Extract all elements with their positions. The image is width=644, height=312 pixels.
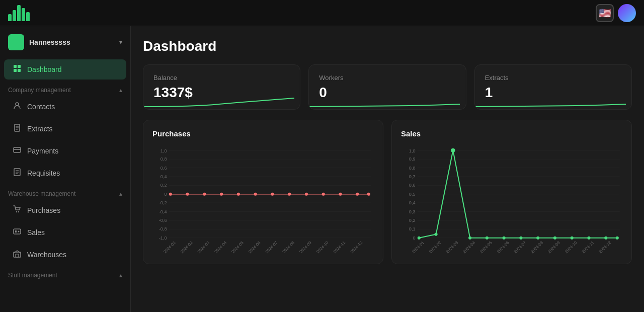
svg-point-49	[237, 193, 240, 196]
requisites-icon	[12, 168, 22, 178]
svg-text:2024-09: 2024-09	[298, 240, 312, 254]
svg-point-55	[339, 193, 342, 196]
svg-text:2024-05: 2024-05	[230, 240, 245, 254]
sidebar-contacts-label: Contacts	[27, 103, 55, 111]
svg-text:2024-11: 2024-11	[581, 240, 595, 254]
svg-point-4	[16, 103, 19, 106]
svg-text:2024-06: 2024-06	[248, 240, 262, 254]
svg-point-19	[18, 231, 20, 232]
sidebar-extracts-label: Extracts	[27, 125, 53, 133]
sidebar-item-warehouses[interactable]: Warehouses	[4, 245, 126, 265]
svg-point-101	[571, 237, 574, 240]
svg-point-97	[503, 237, 506, 240]
sidebar-item-purchases[interactable]: Purchases	[4, 200, 126, 220]
svg-text:-0,2: -0,2	[159, 200, 167, 205]
stat-card-extracts: Extracts 1	[474, 64, 632, 110]
svg-text:2024-10: 2024-10	[564, 240, 578, 254]
svg-text:0,3: 0,3	[409, 209, 416, 214]
svg-text:2024-02: 2024-02	[428, 240, 442, 254]
svg-text:2024-09: 2024-09	[547, 240, 561, 254]
section-stuff-management[interactable]: Stuff management ▴	[0, 266, 130, 281]
svg-text:0,8: 0,8	[409, 166, 416, 171]
logo-bar-2	[13, 10, 16, 21]
sales-chart-title: Sales	[401, 129, 622, 138]
svg-text:0,4: 0,4	[409, 200, 416, 205]
svg-text:0,7: 0,7	[409, 174, 416, 179]
sales-icon	[12, 227, 22, 238]
svg-point-48	[220, 193, 223, 196]
svg-text:0,6: 0,6	[409, 183, 416, 188]
svg-text:2024-07: 2024-07	[513, 240, 527, 254]
company-icon	[8, 34, 24, 50]
stuff-mgmt-chevron: ▴	[119, 272, 122, 279]
svg-text:-0,8: -0,8	[159, 226, 167, 231]
company-selector[interactable]: Hannesssss ▾	[0, 26, 130, 58]
svg-text:2024-07: 2024-07	[265, 240, 279, 254]
sales-chart-card: Sales 1,0 0,9 0,8 0,7 0,6 0,5 0,4 0,3 0,…	[391, 120, 632, 264]
svg-point-92	[418, 237, 421, 240]
svg-text:0: 0	[413, 236, 416, 241]
extracts-icon	[12, 124, 22, 134]
svg-point-94	[451, 148, 455, 152]
balance-label: Balance	[153, 74, 290, 82]
svg-text:0,2: 0,2	[409, 218, 416, 223]
sidebar-item-sales[interactable]: Sales	[4, 222, 126, 243]
svg-point-99	[536, 237, 539, 240]
svg-point-45	[169, 193, 172, 196]
sidebar-payments-label: Payments	[27, 147, 58, 155]
warehouses-icon	[12, 250, 22, 260]
sidebar-item-requisites[interactable]: Requisites	[4, 163, 126, 183]
sidebar-item-payments[interactable]: Payments	[4, 141, 126, 161]
svg-point-51	[271, 193, 274, 196]
svg-text:1,0: 1,0	[160, 148, 167, 153]
svg-text:2024-11: 2024-11	[333, 240, 347, 254]
sidebar-requisites-label: Requisites	[27, 169, 60, 177]
purchases-chart-card: Purchases 1,0 0,8 0,6 0,4 0,2 0 -0,2 -0,…	[143, 120, 383, 264]
svg-text:0: 0	[165, 192, 167, 197]
stat-cards: Balance 1337$ Workers 0 Extracts 1	[143, 64, 632, 110]
sidebar-item-extracts[interactable]: Extracts	[4, 119, 126, 139]
svg-rect-21	[16, 254, 19, 257]
svg-text:0,9: 0,9	[409, 157, 416, 162]
stuff-mgmt-label: Stuff management	[8, 272, 57, 279]
svg-rect-2	[14, 69, 17, 72]
svg-text:2024-04: 2024-04	[214, 240, 228, 254]
company-mgmt-label: Company management	[8, 87, 71, 94]
sidebar-item-dashboard[interactable]: Dashboard	[4, 59, 126, 80]
page-title: Dashboard	[143, 38, 632, 54]
svg-text:0,1: 0,1	[409, 226, 416, 231]
sidebar-purchases-label: Purchases	[27, 206, 60, 214]
svg-text:2024-12: 2024-12	[598, 240, 612, 254]
svg-point-98	[519, 237, 522, 240]
logo-bar-3	[17, 5, 21, 21]
svg-rect-3	[18, 69, 21, 72]
logo-bar-5	[26, 12, 30, 21]
svg-rect-1	[18, 65, 21, 68]
svg-text:-1,0: -1,0	[159, 236, 167, 241]
svg-rect-20	[14, 252, 21, 257]
svg-text:2024-08: 2024-08	[530, 240, 544, 254]
svg-point-50	[254, 193, 257, 196]
purchases-chart-title: Purchases	[152, 129, 374, 138]
section-warehouse-management[interactable]: Warehouse management ▴	[0, 184, 130, 199]
workers-label: Workers	[319, 74, 455, 82]
svg-text:0,8: 0,8	[160, 157, 167, 162]
flag-button[interactable]: 🇺🇸	[596, 4, 614, 22]
main-content: Dashboard Balance 1337$ Workers 0 Extrac…	[131, 26, 644, 312]
svg-text:0,4: 0,4	[160, 174, 167, 179]
svg-text:2024-03: 2024-03	[445, 240, 459, 254]
company-mgmt-chevron: ▴	[119, 87, 122, 94]
user-avatar-button[interactable]	[618, 4, 636, 22]
sidebar-dashboard-label: Dashboard	[27, 65, 62, 73]
topbar: 🇺🇸	[0, 0, 644, 26]
stat-card-balance: Balance 1337$	[143, 64, 300, 110]
section-company-management[interactable]: Company management ▴	[0, 81, 130, 96]
svg-text:2024-08: 2024-08	[282, 240, 296, 254]
payments-icon	[12, 146, 22, 156]
contacts-icon	[12, 102, 22, 112]
company-name: Hannesssss	[29, 38, 70, 46]
svg-text:2024-01: 2024-01	[411, 240, 425, 254]
svg-point-53	[305, 193, 308, 196]
sidebar-item-contacts[interactable]: Contacts	[4, 97, 126, 117]
svg-text:1,0: 1,0	[409, 148, 416, 153]
